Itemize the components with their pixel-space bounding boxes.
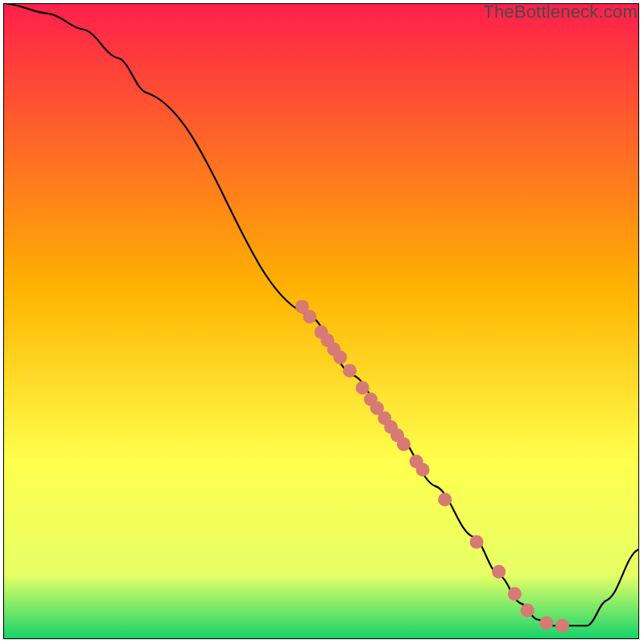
data-point xyxy=(343,364,357,378)
data-point xyxy=(303,310,316,324)
data-point xyxy=(508,587,522,601)
data-point xyxy=(492,565,506,579)
chart-stage: TheBottleneck.com xyxy=(0,0,644,644)
data-point xyxy=(539,617,553,630)
data-point xyxy=(416,463,430,477)
data-point xyxy=(333,350,347,364)
data-point xyxy=(356,381,369,394)
data-point xyxy=(521,604,535,617)
gradient-background xyxy=(4,4,638,638)
watermark-text: TheBottleneck.com xyxy=(483,2,638,23)
data-point xyxy=(397,437,411,451)
chart-svg xyxy=(0,0,644,644)
data-point xyxy=(555,619,569,633)
data-point xyxy=(438,493,452,506)
data-point xyxy=(470,535,484,549)
